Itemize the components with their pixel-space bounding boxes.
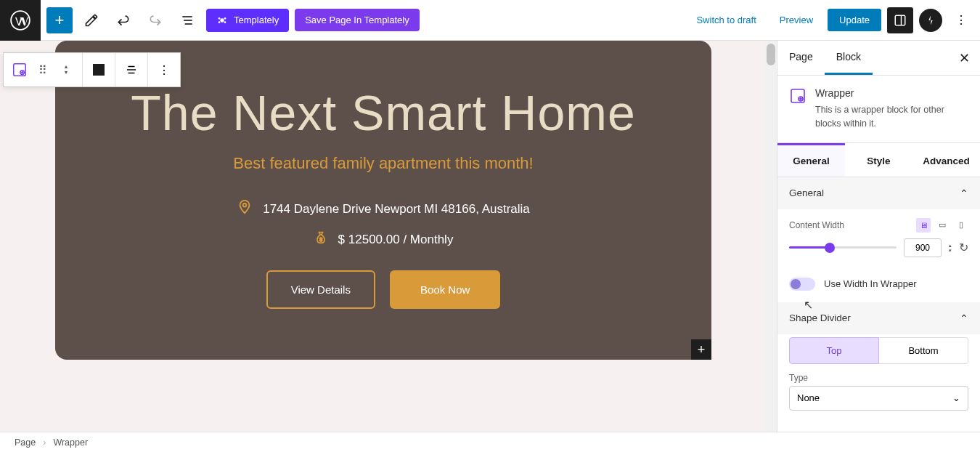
align-center-icon[interactable] [121, 60, 142, 80]
number-spinner[interactable]: ▴▾ [949, 243, 952, 253]
svg-point-16 [243, 203, 247, 207]
chevron-right-icon: › [43, 437, 46, 448]
type-select[interactable]: None ⌄ [789, 386, 968, 411]
close-sidebar-icon[interactable]: ✕ [949, 50, 980, 66]
align-full-icon[interactable] [89, 60, 109, 80]
editor-canvas[interactable]: The Next Smart Home Best featured family… [0, 41, 777, 432]
breadcrumb: Page › Wrapper [0, 432, 980, 452]
shape-top-button[interactable]: Top [789, 337, 879, 364]
block-more-options-icon[interactable]: ⋮ [154, 60, 174, 80]
chevron-up-icon: ⌃ [960, 312, 968, 324]
svg-point-7 [219, 21, 221, 23]
device-mobile-icon[interactable]: ▯ [954, 218, 968, 233]
templately-label: Templately [234, 15, 279, 25]
subtab-general[interactable]: General [777, 143, 845, 177]
jetpack-icon[interactable] [919, 9, 942, 32]
switch-to-draft-link[interactable]: Switch to draft [687, 9, 764, 31]
panel-shape-divider-toggle[interactable]: Shape Divider ⌃ ↖ [777, 302, 980, 334]
subtab-advanced[interactable]: Advanced [912, 143, 980, 177]
block-type-wrapper-icon[interactable] [9, 60, 30, 80]
redo-icon[interactable] [142, 7, 168, 33]
hero-subtitle[interactable]: Best featured family apartment this mont… [84, 154, 682, 173]
drag-handle-icon[interactable]: ⠿ [33, 60, 53, 80]
reset-icon[interactable]: ↻ [959, 241, 968, 254]
svg-point-4 [220, 18, 224, 22]
chevron-down-icon: ⌄ [952, 392, 960, 403]
device-tablet-icon[interactable]: ▭ [935, 218, 950, 233]
block-description: This is a wrapper block for other blocks… [815, 103, 968, 131]
tab-block[interactable]: Block [825, 41, 873, 75]
subtab-style[interactable]: Style [845, 143, 912, 177]
add-block-inside-icon[interactable]: + [691, 339, 711, 360]
wrapper-block[interactable]: The Next Smart Home Best featured family… [55, 41, 711, 360]
svg-rect-9 [895, 15, 905, 25]
svg-point-8 [224, 21, 226, 23]
content-width-slider[interactable] [789, 246, 897, 249]
save-page-templately-button[interactable]: Save Page In Templately [295, 9, 420, 31]
svg-point-5 [219, 17, 221, 20]
device-desktop-icon[interactable]: 🖥 [916, 218, 931, 233]
content-width-label: Content Width [789, 220, 844, 230]
money-bag-icon: $ [314, 230, 328, 249]
book-now-button[interactable]: Book Now [390, 270, 500, 309]
tab-page[interactable]: Page [777, 41, 825, 75]
breadcrumb-current[interactable]: Wrapper [53, 437, 88, 448]
hero-address-text: 1744 Daylene Drive Newport MI 48166, Aus… [263, 202, 530, 217]
move-up-down-icon[interactable]: ▴▾ [56, 60, 76, 80]
svg-point-6 [224, 17, 226, 20]
add-block-button[interactable]: + [46, 7, 73, 33]
panel-general-toggle[interactable]: General ⌃ [777, 177, 980, 209]
location-pin-icon [237, 199, 253, 219]
settings-panel-toggle-icon[interactable] [887, 7, 913, 33]
wordpress-logo[interactable] [0, 0, 41, 41]
settings-sidebar: Page Block ✕ Wrapper This is a wrapper b… [777, 41, 980, 432]
content-width-input[interactable] [904, 238, 942, 257]
undo-icon[interactable] [110, 7, 136, 33]
preview-link[interactable]: Preview [771, 9, 822, 31]
hero-price-row[interactable]: $ $ 12500.00 / Monthly [84, 230, 682, 249]
list-view-icon[interactable] [174, 7, 200, 33]
hero-title[interactable]: The Next Smart Home [84, 84, 682, 141]
top-toolbar: + Templately Save Page In Templately Swi… [0, 0, 980, 41]
shape-bottom-button[interactable]: Bottom [879, 337, 968, 364]
view-details-button[interactable]: View Details [266, 270, 375, 309]
templately-button[interactable]: Templately [206, 9, 289, 32]
hero-price-text: $ 12500.00 / Monthly [338, 233, 454, 247]
update-button[interactable]: Update [828, 9, 881, 31]
use-width-label: Use Width In Wrapper [824, 278, 917, 289]
block-wrapper-icon [789, 87, 807, 108]
svg-text:$: $ [319, 237, 322, 242]
hero-address-row[interactable]: 1744 Daylene Drive Newport MI 48166, Aus… [84, 199, 682, 219]
block-name-label: Wrapper [815, 87, 968, 99]
scrollbar[interactable] [765, 41, 777, 432]
block-toolbar: ⠿ ▴▾ ⋮ [3, 52, 181, 87]
edit-icon[interactable] [78, 7, 105, 33]
more-options-icon[interactable]: ⋮ [948, 7, 974, 33]
use-width-toggle[interactable] [789, 278, 815, 291]
type-label: Type [789, 373, 968, 383]
breadcrumb-page[interactable]: Page [15, 437, 36, 448]
chevron-up-icon: ⌃ [960, 187, 968, 199]
